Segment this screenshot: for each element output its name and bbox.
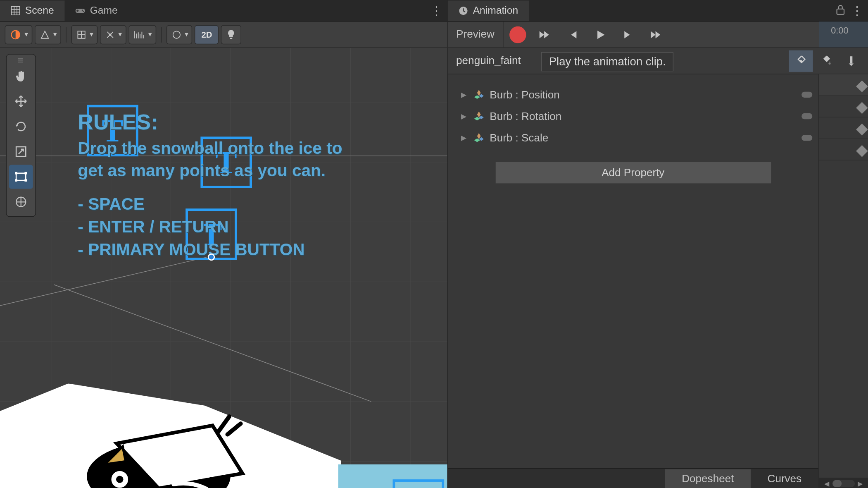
svg-point-6 [109, 33, 111, 36]
chevron-down-icon: ▼ [117, 31, 123, 38]
tooltip: Play the animation clip. [541, 52, 674, 71]
penguin-sprite [81, 402, 254, 488]
chevron-down-icon: ▼ [88, 31, 94, 38]
svg-rect-24 [837, 9, 844, 14]
svg-rect-2 [76, 10, 78, 11]
scrollbar-thumb[interactable] [832, 480, 842, 487]
property-options-icon[interactable] [801, 92, 812, 98]
track-row[interactable] [819, 74, 868, 96]
svg-rect-14 [24, 179, 27, 182]
clock-icon [459, 6, 468, 15]
kebab-menu-icon[interactable]: ⋮ [851, 3, 863, 18]
svg-rect-29 [850, 56, 853, 63]
transform-icon [473, 132, 485, 144]
scale-tool[interactable] [9, 140, 33, 164]
render-fx-dropdown[interactable]: ▼ [166, 25, 193, 44]
pivot-handle[interactable] [208, 254, 215, 261]
lighting-toggle[interactable] [221, 25, 241, 44]
transform-icon [473, 110, 485, 122]
grid-visibility-dropdown[interactable]: ▼ [128, 25, 156, 44]
property-list: ▶ Burb : Position ▶ Burb : Rotation ▶ Bu… [448, 74, 819, 488]
go-to-start-button[interactable] [532, 24, 559, 45]
property-label: Burb : Scale [490, 132, 548, 144]
lock-icon[interactable] [836, 4, 845, 17]
chevron-right-icon: ▶ [461, 112, 469, 120]
tab-scene[interactable]: Scene [0, 0, 65, 21]
svg-point-3 [82, 10, 83, 11]
scroll-left-icon[interactable]: ◀ [821, 480, 832, 488]
clip-dropdown[interactable]: penguin_faint [448, 55, 529, 67]
transform-tool[interactable] [9, 190, 33, 214]
timeline-ruler[interactable]: 0:00 0:10 0:20 0:30 0:40 0:50 1:00 [819, 22, 868, 48]
chevron-down-icon: ▼ [24, 31, 29, 38]
next-keyframe-button[interactable] [615, 24, 641, 45]
animation-toolbar: Preview [448, 22, 868, 48]
dopesheet-tab[interactable]: Dopesheet [665, 469, 751, 488]
property-options-icon[interactable] [801, 113, 812, 119]
svg-point-22 [116, 476, 123, 483]
preview-toggle[interactable]: Preview [448, 22, 504, 47]
curves-tab[interactable]: Curves [751, 469, 818, 488]
chevron-right-icon: ▶ [461, 134, 469, 142]
track-row[interactable] [819, 139, 868, 160]
chevron-down-icon: ▼ [147, 31, 153, 38]
tool-palette: ≡ [6, 54, 36, 217]
svg-rect-11 [15, 172, 17, 175]
animation-clip-row: penguin_faint Play the animation clip. + [448, 48, 868, 74]
svg-rect-8 [230, 38, 233, 39]
track-row[interactable] [819, 117, 868, 139]
record-button[interactable] [509, 26, 526, 43]
property-row[interactable]: ▶ Burb : Scale [448, 127, 818, 148]
grid-snap-dropdown[interactable]: ▼ [71, 25, 98, 44]
svg-point-7 [173, 31, 180, 38]
svg-rect-10 [16, 173, 26, 180]
scene-tab-bar: Scene Game ⋮ [0, 0, 447, 22]
tab-game-label: Game [90, 5, 118, 17]
property-label: Burb : Rotation [490, 110, 561, 122]
toggle-2d-button[interactable]: 2D [195, 25, 219, 44]
chevron-right-icon: ▶ [461, 91, 469, 99]
svg-rect-12 [24, 172, 27, 175]
timeline-scrollbar[interactable]: ◀ ▶ [819, 478, 868, 488]
hand-tool[interactable] [9, 64, 33, 88]
text-gizmo[interactable]: T [393, 479, 445, 488]
grid-icon [11, 6, 20, 15]
animation-tab-bar: Animation ⋮ [448, 0, 868, 22]
rotate-tool[interactable] [9, 115, 33, 139]
tab-scene-label: Scene [25, 5, 54, 17]
scroll-right-icon[interactable]: ▶ [855, 480, 866, 488]
add-keyframe-button[interactable] [789, 50, 813, 72]
timeline-mode-tabs: Dopesheet Curves [448, 468, 818, 488]
scene-viewport[interactable]: ≡ [0, 48, 447, 488]
go-to-end-button[interactable] [642, 24, 669, 45]
property-options-icon[interactable] [801, 135, 812, 141]
timeline[interactable]: 0:00 0:10 0:20 0:30 0:40 0:50 1:00 [819, 74, 868, 488]
add-property-button[interactable]: Add Property [495, 162, 771, 183]
svg-text:+: + [828, 59, 831, 66]
draw-mode-dropdown[interactable]: ▼ [35, 25, 61, 44]
gamepad-icon [76, 6, 85, 15]
chevron-down-icon: ▼ [183, 31, 189, 38]
svg-point-4 [83, 10, 84, 12]
snap-increment-dropdown[interactable]: ▼ [100, 25, 126, 44]
play-button[interactable] [587, 24, 614, 45]
transform-icon [473, 89, 485, 100]
svg-point-26 [800, 60, 802, 62]
tab-animation-label: Animation [473, 5, 518, 17]
move-tool[interactable] [9, 89, 33, 113]
tab-animation[interactable]: Animation [448, 0, 529, 21]
drag-handle-icon[interactable]: ≡ [9, 57, 33, 63]
filter-button[interactable] [839, 50, 863, 72]
kebab-menu-icon[interactable]: ⋮ [430, 3, 442, 18]
prev-keyframe-button[interactable] [560, 24, 586, 45]
track-row[interactable] [819, 96, 868, 117]
property-row[interactable]: ▶ Burb : Rotation [448, 105, 818, 127]
rect-tool[interactable] [9, 165, 33, 189]
add-event-button[interactable]: + [814, 50, 838, 72]
shading-mode-dropdown[interactable]: ▼ [5, 25, 33, 44]
svg-rect-13 [15, 179, 17, 182]
property-label: Burb : Position [490, 89, 560, 101]
property-row[interactable]: ▶ Burb : Position [448, 84, 818, 105]
game-overlay-text: RULES: Drop the snowball onto the ice to… [78, 108, 342, 261]
tab-game[interactable]: Game [65, 0, 128, 21]
